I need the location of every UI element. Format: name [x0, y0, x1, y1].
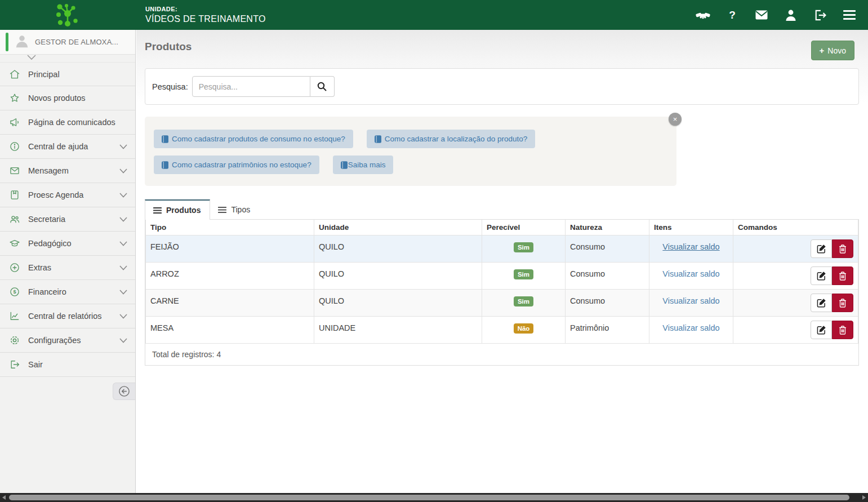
chevron-down-icon	[119, 241, 127, 246]
mail-icon[interactable]	[754, 8, 769, 22]
visualizar-saldo-link[interactable]: Visualizar saldo	[662, 242, 719, 251]
help-icon[interactable]: ?	[725, 8, 740, 22]
new-button-label: Novo	[827, 46, 846, 55]
sidebar-item-label: Extras	[28, 263, 51, 272]
cell-unidade: QUILO	[314, 263, 482, 290]
status-badge: Sim	[514, 242, 533, 252]
sidebar-item-secretaria[interactable]: Secretaria	[0, 207, 135, 232]
gear-icon	[9, 335, 20, 346]
cell-tipo: CARNE	[146, 290, 314, 317]
cell-unidade: UNIDADE	[314, 317, 482, 344]
new-button[interactable]: + Novo	[811, 41, 854, 60]
delete-button[interactable]	[832, 321, 853, 339]
user-menu[interactable]: GESTOR DE ALMOXA...	[0, 30, 135, 55]
search-input[interactable]	[192, 76, 310, 97]
help-link-saiba-mais[interactable]: Saiba mais	[333, 156, 394, 174]
search-button[interactable]	[310, 76, 335, 97]
sidebar-collapse-button[interactable]	[113, 383, 135, 400]
help-link-localizacao[interactable]: Como cadastrar a localização do produto?	[367, 130, 536, 148]
edit-pencil-icon	[817, 271, 826, 281]
sidebar-item-extras[interactable]: Extras	[0, 256, 135, 280]
chart-line-icon	[9, 310, 20, 322]
avatar	[14, 33, 30, 52]
sidebar-item-central-de-ajuda[interactable]: Central de ajuda	[0, 135, 135, 159]
products-table: Tipo Unidade Perecível Natureza Itens Co…	[145, 220, 859, 366]
search-icon	[317, 82, 327, 91]
sidebar-item-label: Configurações	[28, 336, 81, 345]
sidebar-item-label: Central de ajuda	[28, 142, 88, 151]
help-link-consumo[interactable]: Como cadastrar produtos de consumo no es…	[154, 130, 353, 148]
help-links: Como cadastrar produtos de consumo no es…	[154, 130, 638, 174]
cell-itens: Visualizar saldo	[649, 290, 733, 317]
sidebar-item-label: Proesc Agenda	[28, 190, 83, 199]
trash-icon	[839, 272, 847, 281]
page-title: Produtos	[145, 41, 192, 53]
menu-icon[interactable]	[842, 8, 857, 22]
list-icon	[153, 207, 162, 214]
user-caret[interactable]	[0, 55, 135, 62]
sidebar-item-central-de-relatorios[interactable]: Central de relatórios	[0, 304, 135, 328]
edit-button[interactable]	[811, 321, 832, 339]
sidebar-menu: Principal Novos produtos Página de comun…	[0, 62, 135, 377]
edit-button[interactable]	[811, 239, 832, 258]
table-row-carne: CARNE QUILO Sim Consumo Visualizar saldo	[146, 290, 858, 317]
sidebar: GESTOR DE ALMOXA... Principal Novos prod…	[0, 30, 136, 493]
delete-button[interactable]	[832, 294, 853, 312]
book-icon	[162, 161, 168, 169]
edit-button[interactable]	[811, 294, 832, 312]
chevron-down-icon	[119, 314, 127, 319]
sidebar-item-pagina-de-comunicados[interactable]: Página de comunicados	[0, 110, 135, 135]
status-badge: Sim	[514, 269, 533, 279]
tab-produtos[interactable]: Produtos	[145, 199, 210, 220]
user-icon[interactable]	[784, 8, 798, 22]
chevron-down-icon	[119, 265, 127, 270]
logout-icon[interactable]	[813, 8, 827, 22]
scroll-right-arrow-icon[interactable]	[862, 495, 866, 500]
cell-comandos	[733, 290, 858, 317]
cell-perecivel: Sim	[482, 236, 566, 263]
users-icon	[9, 214, 20, 225]
dollar-circle-icon: $	[9, 286, 20, 297]
book-icon	[341, 161, 348, 169]
graduation-cap-icon	[9, 238, 20, 249]
delete-button[interactable]	[832, 266, 853, 285]
col-header-natureza: Natureza	[566, 220, 649, 236]
status-badge: Não	[514, 323, 534, 334]
delete-button[interactable]	[832, 239, 853, 258]
unit-label: UNIDADE:	[145, 6, 266, 12]
app-logo[interactable]	[0, 2, 136, 28]
chevron-down-icon	[119, 144, 127, 149]
tab-tipos[interactable]: Tipos	[210, 199, 259, 219]
scrollbar-thumb[interactable]	[9, 495, 849, 500]
chevron-down-icon	[119, 168, 127, 174]
table-row-mesa: MESA UNIDADE Não Patrimônio Visualizar s…	[146, 317, 858, 344]
visualizar-saldo-link[interactable]: Visualizar saldo	[662, 296, 719, 305]
cell-perecivel: Não	[482, 317, 566, 344]
horizontal-scrollbar[interactable]	[0, 493, 868, 502]
sidebar-item-sair[interactable]: Sair	[0, 353, 135, 377]
cell-itens: Visualizar saldo	[649, 236, 733, 263]
sidebar-item-mensagem[interactable]: Mensagem	[0, 159, 135, 183]
scroll-left-arrow-icon[interactable]	[2, 495, 6, 500]
sidebar-item-pedagogico[interactable]: Pedagógico	[0, 232, 135, 256]
sidebar-item-configuracoes[interactable]: Configurações	[0, 328, 135, 353]
chevron-down-icon	[119, 193, 127, 198]
visualizar-saldo-link[interactable]: Visualizar saldo	[662, 323, 719, 332]
cell-perecivel: Sim	[482, 263, 566, 290]
chevron-down-icon	[119, 290, 127, 295]
sidebar-item-novos-produtos[interactable]: Novos produtos	[0, 86, 135, 110]
logo-molecule-icon	[55, 2, 82, 28]
book-icon	[375, 135, 381, 143]
agenda-book-icon	[9, 189, 20, 201]
visualizar-saldo-link[interactable]: Visualizar saldo	[662, 269, 719, 278]
trash-icon	[839, 299, 847, 308]
close-icon[interactable]: ×	[669, 113, 682, 126]
edit-button[interactable]	[811, 266, 832, 285]
handshake-icon[interactable]	[696, 8, 710, 22]
sidebar-item-principal[interactable]: Principal	[0, 62, 135, 86]
sidebar-item-proesc-agenda[interactable]: Proesc Agenda	[0, 183, 135, 207]
edit-pencil-icon	[817, 325, 826, 335]
help-panel: × Como cadastrar produtos de consumo no …	[145, 117, 676, 186]
sidebar-item-financeiro[interactable]: $ Financeiro	[0, 280, 135, 304]
help-link-patrimonios[interactable]: Como cadastrar patrimônios no estoque?	[154, 156, 319, 174]
